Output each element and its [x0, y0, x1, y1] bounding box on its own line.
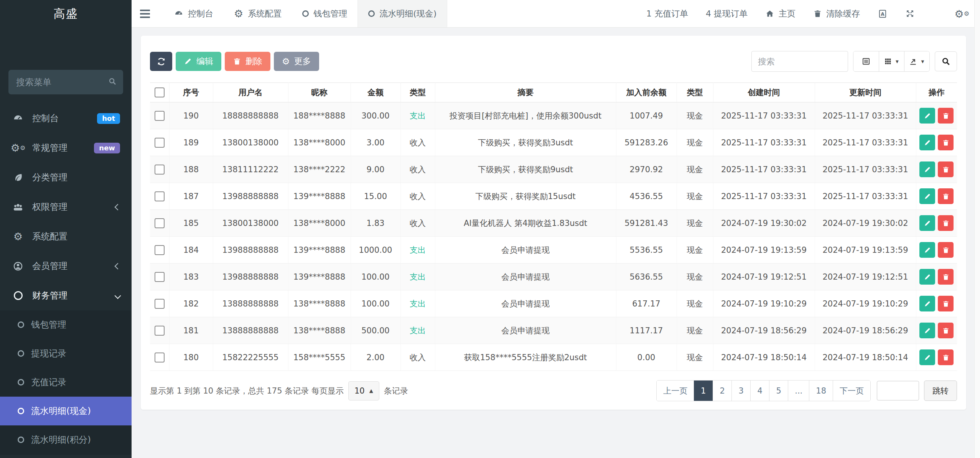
col-nickname: 昵称	[288, 83, 351, 102]
chevron-down-icon	[115, 292, 121, 299]
row-checkbox[interactable]	[155, 272, 165, 282]
sidebar-item-members[interactable]: 会员管理	[0, 251, 132, 281]
row-delete-button[interactable]	[938, 188, 954, 204]
page-button-2[interactable]: 2	[713, 381, 731, 401]
fullscreen-icon[interactable]	[905, 9, 915, 18]
cell-created: 2024-07-19 19:12:51	[713, 264, 815, 290]
row-edit-button[interactable]	[919, 108, 935, 124]
sidebar-item-general[interactable]: ⚙⚙ 常规管理 new	[0, 133, 132, 163]
tab-cash-flow-active[interactable]: 流水明细(现金)	[357, 0, 447, 27]
submenu-item[interactable]: 流水明细(积分)	[0, 425, 132, 454]
cell-username: 13988888888	[213, 237, 288, 264]
prev-page-button[interactable]: 上一页	[657, 381, 694, 401]
submenu-item[interactable]: 钱包管理	[0, 310, 132, 339]
table-toolbar: 编辑 删除 ⚙ 更多	[150, 51, 957, 72]
sidebar-item-system-config[interactable]: ⚙ 系统配置	[0, 222, 132, 251]
cell-updated: 2024-07-19 19:30:02	[815, 210, 916, 237]
cell-type: 支出	[400, 317, 435, 344]
cell-nickname: 158****5555	[288, 344, 351, 371]
sidebar-item-finance[interactable]: 财务管理	[0, 281, 132, 310]
hamburger-menu-icon[interactable]	[132, 10, 158, 18]
recharge-orders-link[interactable]: 1 充值订单	[646, 8, 688, 20]
page-button-5[interactable]: 5	[769, 381, 788, 401]
page-button-4[interactable]: 4	[750, 381, 769, 401]
row-select-cell	[150, 183, 169, 210]
sidebar-item-permissions[interactable]: 权限管理	[0, 192, 132, 222]
row-edit-button[interactable]	[919, 242, 935, 258]
row-edit-button[interactable]	[919, 349, 935, 365]
row-edit-button[interactable]	[919, 215, 935, 231]
row-select-cell	[150, 129, 169, 156]
row-edit-button[interactable]	[919, 188, 935, 204]
sidebar-item-category[interactable]: 分类管理	[0, 163, 132, 192]
page-button-1[interactable]: 1	[694, 381, 713, 401]
row-edit-button[interactable]	[919, 135, 935, 150]
settings-gears-icon[interactable]: ⚙⚙	[954, 0, 969, 28]
sidebar-search-input[interactable]	[8, 70, 123, 94]
col-updated: 更新时间	[815, 83, 916, 102]
jump-button[interactable]: 跳转	[924, 381, 957, 401]
col-type: 类型	[400, 83, 435, 102]
select-all-checkbox[interactable]	[155, 87, 165, 97]
search-submit-button[interactable]	[935, 51, 957, 71]
row-checkbox[interactable]	[155, 326, 165, 336]
tab-system-config[interactable]: ⚙ 系统配置	[224, 0, 292, 27]
cell-updated: 2024-07-19 18:56:29	[815, 317, 916, 344]
jump-page-input[interactable]	[877, 381, 919, 400]
detail-view-button[interactable]	[853, 51, 879, 71]
withdraw-orders-link[interactable]: 4 提现订单	[706, 8, 748, 20]
row-checkbox[interactable]	[155, 218, 165, 228]
row-delete-button[interactable]	[938, 161, 954, 177]
submenu-item-label: 充值记录	[31, 376, 66, 388]
submenu-item[interactable]: 充值记录	[0, 368, 132, 397]
row-delete-button[interactable]	[938, 242, 954, 258]
row-delete-button[interactable]	[938, 269, 954, 285]
row-delete-button[interactable]	[938, 108, 954, 124]
refresh-button[interactable]	[150, 52, 172, 71]
row-checkbox[interactable]	[155, 245, 165, 255]
cell-amount: 2.00	[351, 344, 400, 371]
tab-wallet[interactable]: 钱包管理	[292, 0, 357, 27]
page-button-3[interactable]: 3	[731, 381, 750, 401]
tab-console[interactable]: 控制台	[164, 0, 224, 27]
row-delete-button[interactable]	[938, 215, 954, 231]
row-checkbox[interactable]	[155, 138, 165, 148]
row-delete-button[interactable]	[938, 349, 954, 365]
page-size-dropdown[interactable]: 10 ▲	[348, 381, 379, 400]
row-checkbox[interactable]	[155, 299, 165, 309]
cell-actions	[916, 237, 957, 264]
translate-icon[interactable]: A	[878, 9, 888, 19]
cell-actions	[916, 129, 957, 156]
columns-button[interactable]: ▼	[879, 51, 904, 71]
scrollbar[interactable]	[974, 0, 980, 458]
col-index: 序号	[169, 83, 213, 102]
row-checkbox[interactable]	[155, 111, 165, 121]
row-delete-button[interactable]	[938, 323, 954, 338]
row-delete-button[interactable]	[938, 135, 954, 150]
delete-button[interactable]: 删除	[225, 52, 270, 71]
circle-icon	[18, 408, 24, 414]
export-button[interactable]: ▼	[904, 51, 929, 71]
row-edit-button[interactable]	[919, 161, 935, 177]
row-edit-button[interactable]	[919, 296, 935, 311]
more-button[interactable]: ⚙ 更多	[274, 52, 319, 71]
clear-cache-link[interactable]: 清除缓存	[813, 8, 860, 20]
row-edit-button[interactable]	[919, 269, 935, 285]
row-checkbox[interactable]	[155, 353, 165, 362]
page-ellipsis[interactable]: ...	[788, 381, 809, 401]
sidebar-item-console[interactable]: 控制台 hot	[0, 104, 132, 133]
next-page-button[interactable]: 下一页	[833, 381, 870, 401]
table-search-input[interactable]	[751, 51, 848, 72]
sidebar-submenu-finance: 钱包管理提现记录充值记录流水明细(现金)流水明细(积分)	[0, 310, 132, 455]
page-button-18[interactable]: 18	[809, 381, 833, 401]
row-checkbox[interactable]	[155, 165, 165, 175]
home-link[interactable]: 主页	[765, 8, 796, 20]
submenu-item[interactable]: 提现记录	[0, 339, 132, 368]
cell-category: 现金	[677, 237, 713, 264]
row-delete-button[interactable]	[938, 296, 954, 311]
edit-button[interactable]: 编辑	[176, 52, 221, 71]
submenu-item[interactable]: 流水明细(现金)	[0, 397, 132, 425]
cell-summary: 投资项目[村部充电桩]，使用余额300usdt	[435, 102, 616, 129]
row-edit-button[interactable]	[919, 323, 935, 338]
row-checkbox[interactable]	[155, 191, 165, 201]
